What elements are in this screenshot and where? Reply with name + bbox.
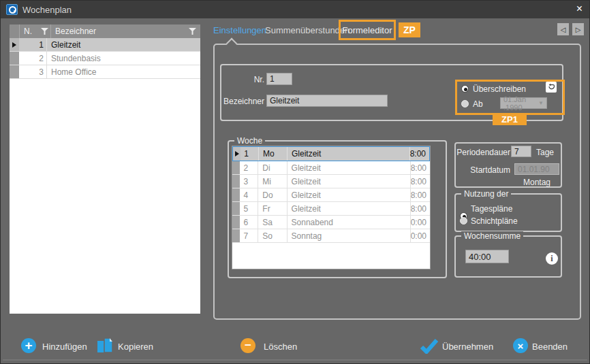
cell-day-nr: 7 xyxy=(240,229,258,242)
cell-tagesplan: Gleitzeit xyxy=(288,188,411,201)
app-clock-icon xyxy=(6,4,18,15)
woche-row[interactable]: 1 Mo Gleitzeit 8:00 xyxy=(232,146,430,161)
cell-tagesplan: Gleitzeit xyxy=(288,202,411,215)
woche-row[interactable]: 2 Di Gleitzeit 8:00 xyxy=(232,161,430,175)
cell-time: 8:00 xyxy=(411,188,430,201)
delete-button[interactable]: Löschen xyxy=(264,342,297,352)
chevron-down-icon: ▼ xyxy=(538,100,544,106)
nutzung-legend: Nutzung der xyxy=(461,189,511,199)
tab-formeleditor-annotated[interactable]: Formeleditor xyxy=(339,20,396,40)
quit-button[interactable]: Beenden xyxy=(532,342,568,352)
periodendauer-label: Periodendauer xyxy=(456,148,510,157)
cell-day: Sa xyxy=(258,216,287,229)
row-marker-cell xyxy=(10,65,19,78)
list-row[interactable]: 3 Home Office xyxy=(10,65,200,79)
tab-scroll-left-button[interactable]: ◁ xyxy=(557,23,569,35)
list-row[interactable]: 2 Stundenbasis xyxy=(10,52,200,65)
woche-table: 1 Mo Gleitzeit 8:00 2 Di Gleitzeit 8:00 … xyxy=(232,146,431,269)
list-row[interactable]: 1 Gleitzeit xyxy=(10,38,200,52)
tab-formeleditor-label: Formeleditor xyxy=(343,25,392,35)
row-marker-cell xyxy=(10,38,19,51)
cell-tagesplan: Sonnabend xyxy=(288,216,411,229)
ab-date-combobox[interactable]: 01.Jan .1990 ▼ xyxy=(500,97,547,109)
tab-einstellungen[interactable]: Einstellungen xyxy=(213,25,266,35)
cell-day: So xyxy=(258,229,287,242)
column-bezeichner-label: Bezeichner xyxy=(55,27,96,36)
filter-funnel-icon[interactable] xyxy=(189,28,196,35)
wochensumme-legend: Wochensumme xyxy=(461,231,523,241)
cell-day: Do xyxy=(258,188,287,201)
info-icon[interactable]: i xyxy=(546,252,558,265)
row-marker-cell xyxy=(233,147,240,161)
woche-row[interactable]: 7 So Sonntag 0:00 xyxy=(232,229,430,243)
cell-time: 8:00 xyxy=(411,175,430,188)
schichtplaene-label: Schichtpläne xyxy=(471,216,518,226)
cell-day-nr: 1 xyxy=(240,147,259,161)
close-icon[interactable]: × xyxy=(576,3,583,14)
delete-icon[interactable]: − xyxy=(240,338,255,353)
nr-input[interactable]: 1 xyxy=(266,73,292,85)
ueberschreiben-radio[interactable] xyxy=(461,85,469,93)
column-header-n[interactable]: N. xyxy=(20,24,51,38)
ab-label: Ab xyxy=(473,99,483,109)
cell-bezeichner: Gleitzeit xyxy=(47,38,200,51)
add-icon[interactable]: + xyxy=(21,338,36,353)
quit-icon[interactable]: × xyxy=(513,338,528,353)
window-title: Wochenplan xyxy=(22,5,72,15)
row-marker-cell xyxy=(232,161,240,174)
apply-check-icon[interactable] xyxy=(420,339,438,357)
row-marker-cell xyxy=(232,229,240,242)
schichtplaene-radio[interactable] xyxy=(460,217,467,225)
current-row-arrow-icon xyxy=(235,151,239,156)
zp-annotation-badge: ZP xyxy=(399,22,420,37)
wochenplan-list: N. Bezeichner 1 Gleitzeit 2 Stundenbasis… xyxy=(10,24,200,314)
cell-day: Di xyxy=(258,161,287,174)
column-header-bezeichner[interactable]: Bezeichner xyxy=(51,24,200,38)
cell-day-nr: 3 xyxy=(240,175,258,188)
list-header-gutter xyxy=(10,24,20,38)
list-header: N. Bezeichner xyxy=(10,24,200,38)
cell-day-nr: 2 xyxy=(240,161,258,174)
tab-scroll-right-button[interactable]: ▷ xyxy=(572,23,584,35)
cell-time: 0:00 xyxy=(411,216,430,229)
row-marker-cell xyxy=(232,175,240,188)
cell-time: 8:00 xyxy=(411,161,430,174)
woche-row[interactable]: 3 Mi Gleitzeit 8:00 xyxy=(232,175,430,188)
cell-day-nr: 4 xyxy=(240,188,258,201)
cell-day-nr: 6 xyxy=(240,216,258,229)
copy-icon[interactable] xyxy=(96,337,114,357)
weekday-label: Montag xyxy=(514,178,559,187)
bezeichner-input[interactable]: Gleitzeit xyxy=(266,95,388,107)
add-button[interactable]: Hinzufügen xyxy=(42,342,87,352)
current-row-arrow-icon xyxy=(12,42,16,48)
copy-button[interactable]: Kopieren xyxy=(118,342,153,352)
ueberschreiben-label: Überschreiben xyxy=(473,84,526,94)
column-n-label: N. xyxy=(24,27,32,36)
row-marker-cell xyxy=(10,52,19,65)
cell-time: 0:00 xyxy=(411,229,430,242)
window-bottom-edge xyxy=(3,359,587,361)
tab-summenueberstunden[interactable]: Summenüberstunden xyxy=(265,25,350,35)
title-bar: Wochenplan × xyxy=(1,1,589,18)
woche-row[interactable]: 4 Do Gleitzeit 8:00 xyxy=(232,188,430,202)
cell-tagesplan: Gleitzeit xyxy=(288,175,411,188)
cell-n: 1 xyxy=(19,38,47,51)
cell-tagesplan: Sonntag xyxy=(288,229,411,242)
cell-bezeichner: Home Office xyxy=(47,65,200,78)
cell-time: 8:00 xyxy=(410,147,429,161)
filter-funnel-icon[interactable] xyxy=(41,28,48,35)
startdatum-input: 01.01.90 xyxy=(514,163,559,175)
cell-tagesplan: Gleitzeit xyxy=(288,147,410,161)
cell-day: Fr xyxy=(258,202,287,215)
periodendauer-input[interactable]: 7 xyxy=(511,146,531,157)
wochensumme-input: 40:00 xyxy=(465,250,509,263)
nr-label: Nr. xyxy=(223,75,264,84)
bezeichner-label: Bezeichner xyxy=(217,97,264,106)
history-undo-icon[interactable] xyxy=(546,82,557,93)
ab-radio[interactable] xyxy=(461,100,469,107)
woche-row[interactable]: 5 Fr Gleitzeit 8:00 xyxy=(232,202,430,216)
woche-row[interactable]: 6 Sa Sonnabend 0:00 xyxy=(232,216,430,229)
row-marker-cell xyxy=(232,216,240,229)
apply-button[interactable]: Übernehmen xyxy=(442,342,493,352)
cell-day: Mo xyxy=(259,147,288,161)
